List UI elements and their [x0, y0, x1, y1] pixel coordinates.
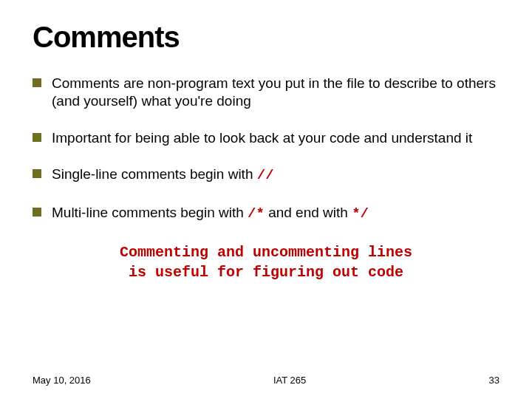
bullet-text: Multi-line comments begin with — [52, 205, 248, 220]
bullet-list: Comments are non-program text you put in… — [33, 75, 499, 223]
code-text: // — [257, 167, 274, 183]
slide-footer: May 10, 2016 IAT 265 33 — [0, 375, 532, 386]
footer-page-number: 33 — [489, 375, 499, 386]
code-text: /* — [248, 205, 265, 222]
bullet-item: Comments are non-program text you put in… — [33, 75, 499, 110]
bullet-text: and end with — [265, 205, 352, 220]
bullet-item: Multi-line comments begin with /* and en… — [33, 204, 499, 223]
bullet-item: Important for being able to look back at… — [33, 129, 499, 147]
bullet-text: Important for being able to look back at… — [52, 130, 472, 146]
footer-course: IAT 265 — [91, 375, 489, 386]
tagline-line: is useful for figuring out code — [129, 264, 403, 281]
bullet-text: Single-line comments begin with — [52, 166, 257, 182]
tagline: Commenting and uncommenting lines is use… — [33, 242, 499, 282]
code-text: */ — [352, 205, 369, 222]
bullet-item: Single-line comments begin with // — [33, 166, 499, 185]
bullet-text: Comments are non-program text you put in… — [52, 75, 496, 109]
slide-title: Comments — [33, 21, 499, 54]
tagline-line: Commenting and uncommenting lines — [120, 244, 412, 261]
footer-date: May 10, 2016 — [33, 375, 91, 386]
